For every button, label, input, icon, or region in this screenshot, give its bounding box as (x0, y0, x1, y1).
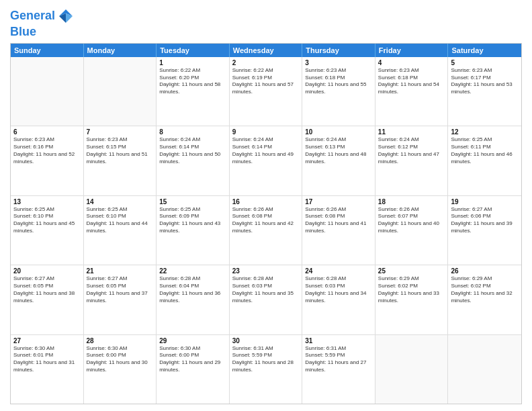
day-info: Sunrise: 6:23 AM Sunset: 6:18 PM Dayligh… (378, 67, 445, 96)
day-number: 15 (159, 198, 226, 205)
calendar-day-31: 31Sunrise: 6:31 AM Sunset: 5:59 PM Dayli… (302, 335, 375, 404)
calendar-day-9: 9Sunrise: 6:24 AM Sunset: 6:14 PM Daylig… (230, 126, 303, 195)
day-info: Sunrise: 6:27 AM Sunset: 6:05 PM Dayligh… (13, 275, 81, 304)
calendar-day-3: 3Sunrise: 6:23 AM Sunset: 6:18 PM Daylig… (302, 57, 375, 126)
svg-marker-1 (66, 13, 73, 23)
header-day-sunday: Sunday (11, 44, 84, 57)
calendar-day-23: 23Sunrise: 6:28 AM Sunset: 6:03 PM Dayli… (230, 265, 303, 334)
day-info: Sunrise: 6:29 AM Sunset: 6:02 PM Dayligh… (451, 275, 519, 304)
header-day-saturday: Saturday (448, 44, 521, 57)
day-number: 29 (159, 337, 226, 345)
day-info: Sunrise: 6:28 AM Sunset: 6:03 PM Dayligh… (232, 275, 300, 304)
calendar-day-empty (84, 57, 157, 126)
calendar-day-empty (448, 335, 521, 404)
svg-marker-2 (59, 13, 66, 23)
day-info: Sunrise: 6:23 AM Sunset: 6:17 PM Dayligh… (451, 67, 519, 96)
day-number: 22 (159, 267, 226, 275)
day-number: 21 (87, 267, 154, 275)
day-info: Sunrise: 6:25 AM Sunset: 6:11 PM Dayligh… (451, 136, 519, 165)
header-day-monday: Monday (84, 44, 157, 57)
day-info: Sunrise: 6:23 AM Sunset: 6:15 PM Dayligh… (87, 136, 154, 165)
calendar-week-1: 1Sunrise: 6:22 AM Sunset: 6:20 PM Daylig… (11, 57, 521, 126)
calendar-week-2: 6Sunrise: 6:23 AM Sunset: 6:16 PM Daylig… (11, 126, 521, 195)
day-number: 27 (13, 337, 81, 345)
day-number: 2 (232, 59, 300, 66)
calendar-day-10: 10Sunrise: 6:24 AM Sunset: 6:13 PM Dayli… (302, 126, 375, 195)
calendar-day-12: 12Sunrise: 6:25 AM Sunset: 6:11 PM Dayli… (448, 126, 521, 195)
day-number: 18 (378, 198, 445, 205)
calendar-day-empty (375, 335, 449, 404)
calendar-day-14: 14Sunrise: 6:25 AM Sunset: 6:10 PM Dayli… (84, 196, 157, 265)
day-number: 3 (305, 59, 372, 66)
day-number: 5 (451, 59, 519, 66)
day-info: Sunrise: 6:26 AM Sunset: 6:08 PM Dayligh… (305, 206, 372, 235)
calendar-day-empty (11, 57, 84, 126)
day-info: Sunrise: 6:26 AM Sunset: 6:08 PM Dayligh… (232, 206, 300, 235)
day-number: 1 (159, 59, 226, 66)
day-info: Sunrise: 6:27 AM Sunset: 6:06 PM Dayligh… (451, 206, 519, 235)
calendar-day-25: 25Sunrise: 6:29 AM Sunset: 6:02 PM Dayli… (375, 265, 449, 334)
day-info: Sunrise: 6:23 AM Sunset: 6:18 PM Dayligh… (305, 67, 372, 96)
calendar-day-7: 7Sunrise: 6:23 AM Sunset: 6:15 PM Daylig… (84, 126, 157, 195)
day-number: 13 (13, 198, 81, 205)
calendar-day-24: 24Sunrise: 6:28 AM Sunset: 6:03 PM Dayli… (302, 265, 375, 334)
day-number: 11 (378, 128, 445, 136)
logo: General Blue (10, 7, 75, 39)
calendar-day-19: 19Sunrise: 6:27 AM Sunset: 6:06 PM Dayli… (448, 196, 521, 265)
day-number: 8 (159, 128, 226, 136)
day-number: 25 (378, 267, 445, 275)
day-number: 26 (451, 267, 519, 275)
calendar-day-28: 28Sunrise: 6:30 AM Sunset: 6:00 PM Dayli… (84, 335, 157, 404)
day-number: 12 (451, 128, 519, 136)
calendar-day-11: 11Sunrise: 6:24 AM Sunset: 6:12 PM Dayli… (375, 126, 449, 195)
day-number: 9 (232, 128, 300, 136)
day-info: Sunrise: 6:22 AM Sunset: 6:19 PM Dayligh… (232, 67, 300, 96)
day-number: 16 (232, 198, 300, 205)
calendar-day-30: 30Sunrise: 6:31 AM Sunset: 5:59 PM Dayli… (230, 335, 303, 404)
day-info: Sunrise: 6:30 AM Sunset: 6:01 PM Dayligh… (13, 345, 81, 374)
day-number: 28 (87, 337, 154, 345)
calendar-day-2: 2Sunrise: 6:22 AM Sunset: 6:19 PM Daylig… (230, 57, 303, 126)
day-info: Sunrise: 6:30 AM Sunset: 6:00 PM Dayligh… (159, 345, 226, 374)
calendar-header: SundayMondayTuesdayWednesdayThursdayFrid… (11, 44, 521, 57)
calendar-day-4: 4Sunrise: 6:23 AM Sunset: 6:18 PM Daylig… (375, 57, 449, 126)
day-number: 24 (305, 267, 372, 275)
calendar: SundayMondayTuesdayWednesdayThursdayFrid… (10, 43, 522, 404)
logo-text-blue: Blue (10, 26, 75, 39)
calendar-day-15: 15Sunrise: 6:25 AM Sunset: 6:09 PM Dayli… (157, 196, 230, 265)
calendar-week-5: 27Sunrise: 6:30 AM Sunset: 6:01 PM Dayli… (11, 335, 521, 404)
day-number: 20 (13, 267, 81, 275)
day-info: Sunrise: 6:24 AM Sunset: 6:13 PM Dayligh… (305, 136, 372, 165)
day-number: 17 (305, 198, 372, 205)
day-number: 6 (13, 128, 81, 136)
calendar-day-8: 8Sunrise: 6:24 AM Sunset: 6:14 PM Daylig… (157, 126, 230, 195)
calendar-day-26: 26Sunrise: 6:29 AM Sunset: 6:02 PM Dayli… (448, 265, 521, 334)
day-info: Sunrise: 6:23 AM Sunset: 6:16 PM Dayligh… (13, 136, 81, 165)
day-info: Sunrise: 6:27 AM Sunset: 6:05 PM Dayligh… (87, 275, 154, 304)
day-info: Sunrise: 6:25 AM Sunset: 6:10 PM Dayligh… (13, 206, 81, 235)
calendar-day-1: 1Sunrise: 6:22 AM Sunset: 6:20 PM Daylig… (157, 57, 230, 126)
logo-text: General (10, 9, 55, 23)
calendar-day-29: 29Sunrise: 6:30 AM Sunset: 6:00 PM Dayli… (157, 335, 230, 404)
day-info: Sunrise: 6:28 AM Sunset: 6:04 PM Dayligh… (159, 275, 226, 304)
day-number: 23 (232, 267, 300, 275)
calendar-day-21: 21Sunrise: 6:27 AM Sunset: 6:05 PM Dayli… (84, 265, 157, 334)
day-info: Sunrise: 6:25 AM Sunset: 6:10 PM Dayligh… (87, 206, 154, 235)
calendar-day-5: 5Sunrise: 6:23 AM Sunset: 6:17 PM Daylig… (448, 57, 521, 126)
day-info: Sunrise: 6:31 AM Sunset: 5:59 PM Dayligh… (305, 345, 372, 374)
calendar-day-13: 13Sunrise: 6:25 AM Sunset: 6:10 PM Dayli… (11, 196, 84, 265)
calendar-day-27: 27Sunrise: 6:30 AM Sunset: 6:01 PM Dayli… (11, 335, 84, 404)
day-info: Sunrise: 6:30 AM Sunset: 6:00 PM Dayligh… (87, 345, 154, 374)
calendar-week-4: 20Sunrise: 6:27 AM Sunset: 6:05 PM Dayli… (11, 265, 521, 334)
day-info: Sunrise: 6:24 AM Sunset: 6:14 PM Dayligh… (232, 136, 300, 165)
calendar-day-6: 6Sunrise: 6:23 AM Sunset: 6:16 PM Daylig… (11, 126, 84, 195)
day-info: Sunrise: 6:25 AM Sunset: 6:09 PM Dayligh… (159, 206, 226, 235)
day-number: 4 (378, 59, 445, 66)
calendar-day-18: 18Sunrise: 6:26 AM Sunset: 6:07 PM Dayli… (375, 196, 449, 265)
day-info: Sunrise: 6:22 AM Sunset: 6:20 PM Dayligh… (159, 67, 226, 96)
header-day-thursday: Thursday (302, 44, 375, 57)
header-day-tuesday: Tuesday (157, 44, 230, 57)
day-info: Sunrise: 6:24 AM Sunset: 6:14 PM Dayligh… (159, 136, 226, 165)
day-number: 31 (305, 337, 372, 345)
calendar-day-22: 22Sunrise: 6:28 AM Sunset: 6:04 PM Dayli… (157, 265, 230, 334)
